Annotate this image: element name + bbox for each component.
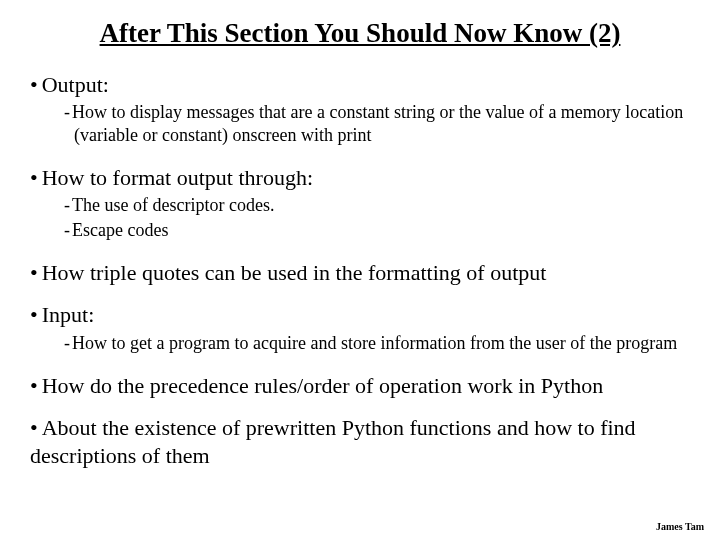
sub-descriptor-codes: -The use of descriptor codes. bbox=[64, 194, 690, 217]
sub-escape-codes: -Escape codes bbox=[64, 219, 690, 242]
sub-text: How to get a program to acquire and stor… bbox=[72, 333, 677, 353]
bullet-input: •Input: bbox=[30, 301, 690, 329]
footer-author: James Tam bbox=[656, 521, 704, 532]
sub-text: How to display messages that are a const… bbox=[72, 102, 683, 145]
bullet-format-output: •How to format output through: bbox=[30, 164, 690, 192]
bullet-text: How to format output through: bbox=[42, 165, 313, 190]
bullet-output: •Output: bbox=[30, 71, 690, 99]
slide-title: After This Section You Should Now Know (… bbox=[30, 18, 690, 49]
bullet-text: Output: bbox=[42, 72, 109, 97]
sub-output-print: -How to display messages that are a cons… bbox=[64, 101, 690, 146]
slide: After This Section You Should Now Know (… bbox=[0, 0, 720, 540]
bullet-triple-quotes: •How triple quotes can be used in the fo… bbox=[30, 259, 690, 287]
bullet-text: How triple quotes can be used in the for… bbox=[42, 260, 547, 285]
bullet-prewritten-functions: •About the existence of prewritten Pytho… bbox=[30, 414, 690, 470]
bullet-precedence: •How do the precedence rules/order of op… bbox=[30, 372, 690, 400]
sub-text: The use of descriptor codes. bbox=[72, 195, 274, 215]
bullet-text: Input: bbox=[42, 302, 95, 327]
sub-text: Escape codes bbox=[72, 220, 168, 240]
bullet-text: About the existence of prewritten Python… bbox=[30, 415, 636, 468]
bullet-text: How do the precedence rules/order of ope… bbox=[42, 373, 603, 398]
sub-input-acquire: -How to get a program to acquire and sto… bbox=[64, 332, 690, 355]
